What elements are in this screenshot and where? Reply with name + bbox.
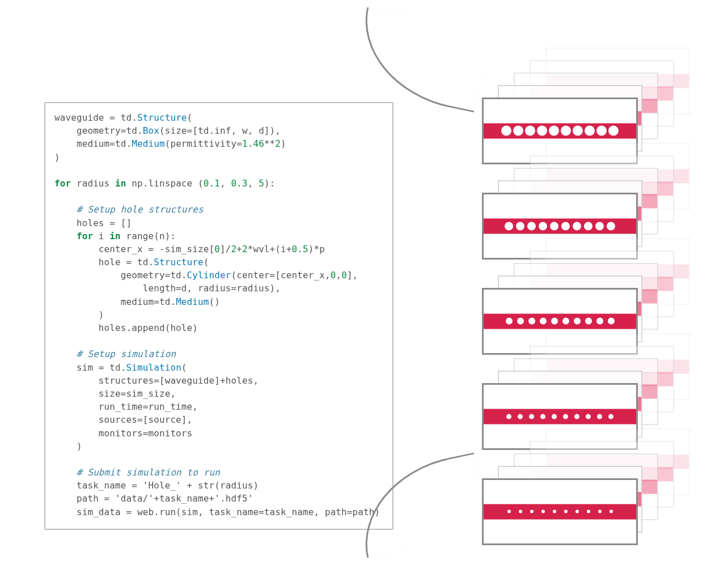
hole-icon [529, 414, 534, 419]
hole-icon [574, 414, 579, 419]
hole-icon [561, 126, 571, 136]
code-panel: waveguide = td.Structure( geometry=td.Bo… [44, 102, 393, 530]
hole-icon [564, 510, 568, 513]
hole-icon [553, 510, 556, 513]
hole-icon [584, 222, 592, 231]
hole-icon [574, 318, 581, 325]
waveguide-bar [484, 124, 636, 139]
hole-icon [527, 222, 536, 231]
hole-icon [585, 318, 592, 325]
hole-icon [562, 318, 569, 325]
waveguide-bar [484, 409, 636, 424]
hole-icon [608, 318, 615, 325]
hole-icon [573, 222, 581, 231]
hole-icon [597, 414, 602, 419]
hole-icon [596, 126, 607, 136]
hole-icon [598, 510, 602, 513]
hole-icon [528, 318, 535, 325]
hole-icon [586, 414, 591, 419]
hole-icon [530, 510, 534, 513]
hole-icon [540, 414, 545, 419]
sim-card [482, 478, 638, 545]
hole-icon [561, 222, 570, 231]
hole-icon [563, 414, 568, 419]
sim-row [482, 449, 709, 545]
hole-icon [549, 126, 559, 136]
simulation-gallery [397, 0, 728, 565]
hole-icon [506, 414, 511, 419]
hole-icon [537, 126, 547, 136]
hole-icon [507, 510, 511, 513]
hole-icon [506, 318, 513, 325]
hole-icon [539, 222, 547, 231]
hole-icon [550, 222, 558, 231]
hole-icon [573, 126, 583, 136]
hole-icon [525, 126, 535, 136]
hole-icon [587, 510, 590, 513]
hole-icon [608, 126, 619, 136]
hole-icon [540, 318, 547, 325]
waveguide-bar [484, 219, 636, 234]
hole-icon [501, 126, 511, 136]
hole-icon [607, 222, 615, 231]
hole-icon [610, 510, 613, 513]
code-block: waveguide = td.Structure( geometry=td.Bo… [54, 111, 383, 519]
hole-icon [541, 510, 545, 513]
hole-icon [585, 126, 595, 136]
brace-top-stroke [350, 7, 491, 112]
hole-icon [595, 222, 604, 231]
hole-icon [519, 510, 522, 513]
hole-icon [517, 318, 524, 325]
waveguide-bar [484, 504, 636, 520]
hole-icon [505, 222, 513, 231]
hole-icon [551, 318, 558, 325]
hole-icon [596, 318, 603, 325]
hole-icon [513, 126, 523, 136]
hole-icon [518, 414, 523, 419]
waveguide-bar [484, 314, 636, 329]
hole-icon [552, 414, 557, 419]
hole-icon [608, 414, 613, 419]
hole-icon [516, 222, 524, 231]
hole-icon [575, 510, 579, 513]
